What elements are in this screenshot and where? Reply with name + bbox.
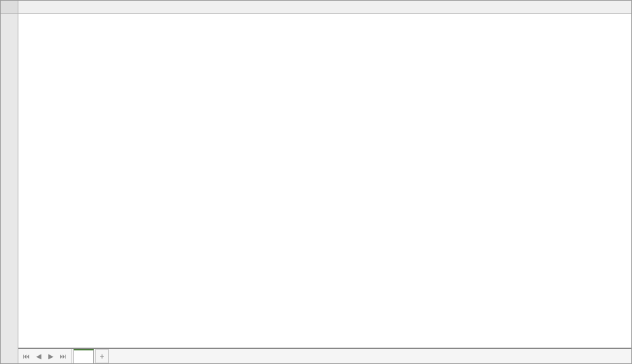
tab-nav-prev[interactable]: ◀ — [33, 351, 44, 362]
spreadsheet-grid[interactable] — [18, 14, 631, 348]
sheet-tab-bar: ⏮ ◀ ▶ ⏭ + — [18, 348, 631, 363]
select-all-corner[interactable] — [1, 1, 18, 14]
row-number-gutter — [1, 1, 18, 363]
tab-nav-next[interactable]: ▶ — [46, 351, 56, 362]
sheet-tab[interactable] — [73, 349, 94, 363]
tab-nav-last[interactable]: ⏭ — [58, 351, 69, 362]
column-header-row — [18, 1, 631, 14]
tab-nav-first[interactable]: ⏮ — [21, 351, 32, 362]
add-sheet-button[interactable]: + — [95, 349, 109, 363]
